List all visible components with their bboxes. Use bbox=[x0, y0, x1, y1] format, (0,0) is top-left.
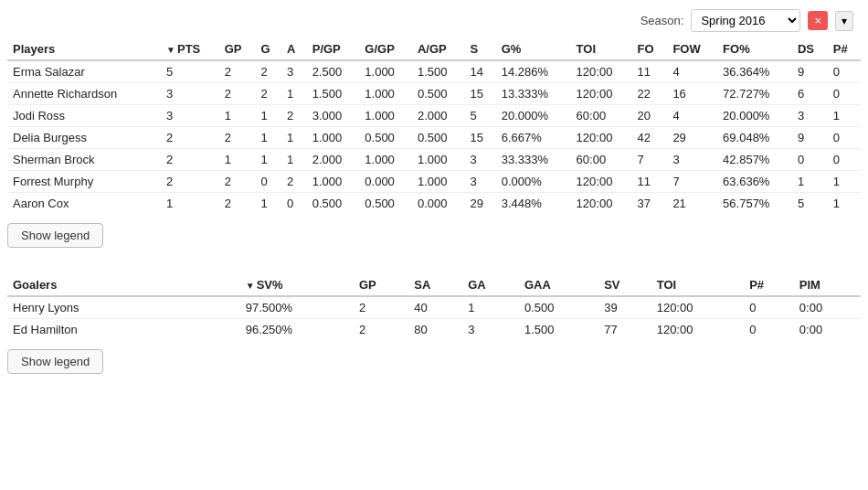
goalers-cell-pim: 0:00 bbox=[794, 319, 861, 341]
players-col-ds[interactable]: DS bbox=[792, 37, 828, 60]
players-cell-gpct: 6.667% bbox=[496, 127, 571, 149]
players-col-pts[interactable]: ▼PTS bbox=[161, 37, 219, 60]
players-cell-fopct: 42.857% bbox=[717, 149, 792, 171]
table-row: Sherman Brock21112.0001.0001.000333.333%… bbox=[7, 149, 861, 171]
goalers-col-pim[interactable]: PIM bbox=[794, 273, 861, 296]
goalers-col-ga[interactable]: GA bbox=[462, 273, 519, 296]
players-col-gpct[interactable]: G% bbox=[496, 37, 571, 60]
players-cell-toi: 120:00 bbox=[571, 60, 632, 83]
goalers-col-svpct[interactable]: ▼SV% bbox=[240, 273, 354, 296]
players-cell-gpct: 0.000% bbox=[496, 171, 571, 193]
players-col-name[interactable]: Players bbox=[7, 37, 161, 60]
players-col-a[interactable]: A bbox=[281, 37, 307, 60]
players-cell-agp: 2.000 bbox=[412, 105, 465, 127]
players-cell-a: 2 bbox=[281, 171, 307, 193]
players-cell-pnum: 0 bbox=[828, 83, 861, 105]
goalers-cell-toi: 120:00 bbox=[651, 319, 744, 341]
players-cell-ggp: 1.000 bbox=[359, 105, 412, 127]
players-cell-name: Annette Richardson bbox=[7, 83, 161, 105]
table-row: Erma Salazar52232.5001.0001.5001414.286%… bbox=[7, 60, 861, 83]
players-cell-toi: 60:00 bbox=[571, 149, 632, 171]
season-dropdown-button[interactable]: ▾ bbox=[835, 11, 853, 31]
players-cell-gp: 2 bbox=[219, 60, 256, 83]
players-cell-ggp: 1.000 bbox=[359, 149, 412, 171]
players-cell-name: Aaron Cox bbox=[7, 193, 161, 215]
goalers-col-gp[interactable]: GP bbox=[354, 273, 408, 296]
players-cell-agp: 1.000 bbox=[412, 149, 465, 171]
players-cell-ggp: 0.000 bbox=[359, 171, 412, 193]
goalers-section: Goalers ▼SV% GP SA GA GAA SV TOI P# PIM … bbox=[0, 273, 868, 383]
goalers-cell-svpct: 97.500% bbox=[240, 296, 354, 319]
players-col-toi[interactable]: TOI bbox=[571, 37, 632, 60]
players-cell-pgp: 1.000 bbox=[307, 171, 360, 193]
players-cell-gp: 2 bbox=[219, 83, 256, 105]
players-col-pnum[interactable]: P# bbox=[828, 37, 861, 60]
goalers-col-toi[interactable]: TOI bbox=[651, 273, 744, 296]
players-cell-g: 0 bbox=[255, 171, 281, 193]
players-cell-ds: 5 bbox=[792, 193, 828, 215]
goalers-show-legend-button[interactable]: Show legend bbox=[7, 349, 103, 374]
players-col-ggp[interactable]: G/GP bbox=[359, 37, 412, 60]
players-col-pgp[interactable]: P/GP bbox=[307, 37, 360, 60]
players-cell-fo: 22 bbox=[632, 83, 668, 105]
season-clear-button[interactable]: × bbox=[808, 11, 828, 30]
players-cell-gpct: 14.286% bbox=[496, 60, 571, 83]
players-cell-g: 1 bbox=[255, 149, 281, 171]
players-cell-fopct: 72.727% bbox=[717, 83, 792, 105]
players-cell-gpct: 33.333% bbox=[496, 149, 571, 171]
players-cell-pgp: 1.000 bbox=[307, 127, 360, 149]
players-col-g[interactable]: G bbox=[255, 37, 281, 60]
players-show-legend-button[interactable]: Show legend bbox=[7, 223, 103, 248]
players-cell-toi: 120:00 bbox=[571, 171, 632, 193]
players-cell-fo: 7 bbox=[632, 149, 668, 171]
season-select[interactable]: Spring 2016 bbox=[691, 9, 800, 32]
players-cell-g: 1 bbox=[255, 105, 281, 127]
players-cell-pts: 2 bbox=[161, 149, 219, 171]
players-col-fo[interactable]: FO bbox=[632, 37, 668, 60]
players-cell-fow: 21 bbox=[667, 193, 717, 215]
players-cell-fow: 4 bbox=[667, 105, 717, 127]
goalers-col-name[interactable]: Goalers bbox=[7, 273, 240, 296]
players-cell-fopct: 20.000% bbox=[717, 105, 792, 127]
players-cell-gpct: 3.448% bbox=[496, 193, 571, 215]
players-cell-s: 5 bbox=[465, 105, 496, 127]
players-cell-pnum: 0 bbox=[828, 149, 861, 171]
players-cell-pnum: 0 bbox=[828, 60, 861, 83]
players-cell-fow: 7 bbox=[667, 171, 717, 193]
players-cell-fow: 3 bbox=[667, 149, 717, 171]
players-cell-fopct: 36.364% bbox=[717, 60, 792, 83]
goalers-col-sa[interactable]: SA bbox=[408, 273, 462, 296]
season-bar: Season: Spring 2016 × ▾ bbox=[0, 0, 868, 37]
players-cell-pts: 2 bbox=[161, 171, 219, 193]
players-cell-ds: 9 bbox=[792, 127, 828, 149]
goalers-header-row: Goalers ▼SV% GP SA GA GAA SV TOI P# PIM bbox=[7, 273, 861, 296]
goalers-cell-gp: 2 bbox=[354, 296, 408, 319]
players-col-agp[interactable]: A/GP bbox=[412, 37, 465, 60]
players-section: Players ▼PTS GP G A P/GP G/GP A/GP S G% … bbox=[0, 37, 868, 257]
goalers-col-sv[interactable]: SV bbox=[598, 273, 651, 296]
players-cell-agp: 0.500 bbox=[412, 83, 465, 105]
players-col-fow[interactable]: FOW bbox=[667, 37, 717, 60]
players-col-gp[interactable]: GP bbox=[219, 37, 256, 60]
players-cell-pgp: 1.500 bbox=[307, 83, 360, 105]
players-cell-fo: 20 bbox=[632, 105, 668, 127]
players-col-fopct[interactable]: FO% bbox=[717, 37, 792, 60]
goalers-cell-pnum: 0 bbox=[744, 319, 794, 341]
goalers-col-gaa[interactable]: GAA bbox=[519, 273, 598, 296]
players-cell-agp: 1.500 bbox=[412, 60, 465, 83]
players-cell-fopct: 63.636% bbox=[717, 171, 792, 193]
players-cell-fo: 11 bbox=[632, 60, 668, 83]
players-cell-fo: 42 bbox=[632, 127, 668, 149]
players-cell-g: 2 bbox=[255, 60, 281, 83]
players-cell-pts: 3 bbox=[161, 83, 219, 105]
players-col-s[interactable]: S bbox=[465, 37, 496, 60]
players-cell-agp: 0.500 bbox=[412, 127, 465, 149]
goalers-col-pnum[interactable]: P# bbox=[744, 273, 794, 296]
players-cell-gp: 1 bbox=[219, 149, 256, 171]
players-cell-pgp: 3.000 bbox=[307, 105, 360, 127]
players-cell-gp: 1 bbox=[219, 105, 256, 127]
goalers-cell-sv: 77 bbox=[598, 319, 651, 341]
players-cell-g: 1 bbox=[255, 193, 281, 215]
players-cell-gp: 2 bbox=[219, 127, 256, 149]
players-cell-fopct: 69.048% bbox=[717, 127, 792, 149]
